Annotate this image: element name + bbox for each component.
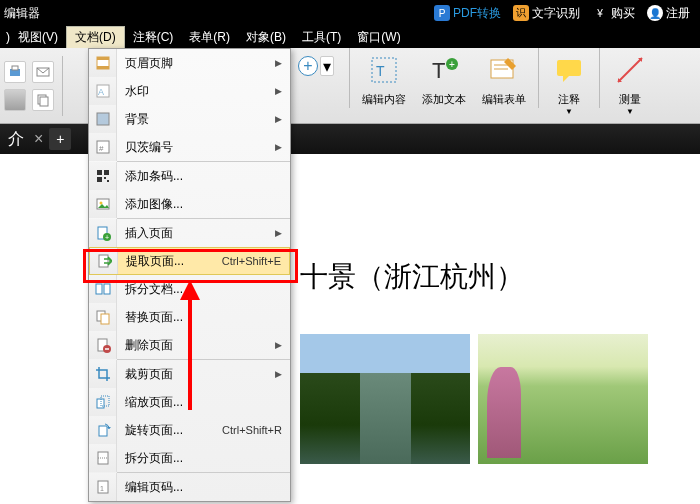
del-icon bbox=[95, 337, 111, 353]
zoom-dropdown-icon[interactable]: ▾ bbox=[320, 56, 334, 76]
tab-new-button[interactable]: + bbox=[49, 128, 71, 150]
svg-rect-37 bbox=[96, 284, 102, 294]
menu-tool[interactable]: 工具(T) bbox=[294, 27, 349, 48]
div-icon bbox=[95, 450, 111, 466]
tab-intro-fragment[interactable]: 介 bbox=[4, 129, 28, 150]
crp-icon bbox=[95, 366, 111, 382]
scl-icon bbox=[95, 394, 111, 410]
svg-marker-47 bbox=[107, 427, 111, 429]
annotate-icon bbox=[551, 52, 587, 88]
ocr-label: 文字识别 bbox=[532, 5, 580, 22]
submenu-arrow-icon: ▶ bbox=[275, 228, 290, 238]
menu-item-ext[interactable]: 提取页面...Ctrl+Shift+E bbox=[89, 247, 290, 275]
svg-line-14 bbox=[618, 58, 642, 82]
ins-icon: + bbox=[95, 225, 111, 241]
rep-icon bbox=[95, 309, 111, 325]
document-images bbox=[300, 334, 648, 464]
menu-item-label: 页眉页脚 bbox=[117, 55, 275, 72]
menu-item-label: 编辑页码... bbox=[117, 479, 290, 496]
menu-item-wm[interactable]: A水印▶ bbox=[89, 77, 290, 105]
menu-item-label: 水印 bbox=[117, 83, 275, 100]
zoom-in-icon[interactable]: + bbox=[298, 56, 318, 76]
submenu-arrow-icon: ▶ bbox=[275, 58, 290, 68]
submenu-arrow-icon: ▶ bbox=[275, 114, 290, 124]
menu-item-hf[interactable]: 页眉页脚▶ bbox=[89, 49, 290, 77]
menu-item-rot[interactable]: 旋转页面...Ctrl+Shift+R bbox=[89, 416, 290, 444]
submenu-arrow-icon: ▶ bbox=[275, 340, 290, 350]
menu-document[interactable]: 文档(D) bbox=[66, 26, 125, 48]
menu-item-label: 裁剪页面 bbox=[117, 366, 275, 383]
ribbon-mail-icon[interactable] bbox=[32, 61, 54, 83]
menu-item-label: 添加图像... bbox=[117, 196, 290, 213]
purchase-label: 购买 bbox=[611, 5, 635, 22]
register-button[interactable]: 👤 注册 bbox=[641, 5, 696, 22]
wm-icon: A bbox=[95, 83, 111, 99]
ribbon-copy-icon[interactable] bbox=[32, 89, 54, 111]
menu-view[interactable]: 视图(V) bbox=[10, 27, 66, 48]
svg-text:A: A bbox=[98, 87, 104, 97]
svg-rect-29 bbox=[104, 177, 106, 179]
menu-item-label: 提取页面... bbox=[118, 253, 222, 270]
menu-bar: ) 视图(V) 文档(D) 注释(C) 表单(R) 对象(B) 工具(T) 窗口… bbox=[0, 26, 700, 48]
svg-rect-27 bbox=[104, 170, 109, 175]
menu-item-label: 删除页面 bbox=[117, 337, 275, 354]
title-bar: 编辑器 P PDF转换 识 文字识别 ¥ 购买 👤 注册 bbox=[0, 0, 700, 26]
svg-rect-36 bbox=[99, 255, 108, 267]
tool-add-text[interactable]: T+ 添加文本 bbox=[414, 48, 474, 124]
tool-annotate[interactable]: 注释 ▼ bbox=[543, 48, 595, 124]
document-title: 十景（浙江杭州） bbox=[300, 258, 524, 296]
purchase-button[interactable]: ¥ 购买 bbox=[586, 5, 641, 22]
svg-rect-19 bbox=[97, 66, 109, 69]
spl-icon bbox=[95, 281, 111, 297]
menu-item-label: 缩放页面... bbox=[117, 394, 290, 411]
pdf-convert-button[interactable]: P PDF转换 bbox=[428, 5, 507, 22]
svg-rect-22 bbox=[97, 113, 109, 125]
menu-item-del[interactable]: 删除页面▶ bbox=[89, 331, 290, 359]
menu-item-div[interactable]: 拆分页面... bbox=[89, 444, 290, 472]
tool-edit-content-label: 编辑内容 bbox=[362, 92, 406, 107]
menu-item-bn[interactable]: #贝茨编号▶ bbox=[89, 133, 290, 161]
ribbon-print-icon[interactable] bbox=[4, 61, 26, 83]
menu-item-crp[interactable]: 裁剪页面▶ bbox=[89, 360, 290, 388]
rot-icon bbox=[95, 422, 111, 438]
svg-rect-13 bbox=[557, 60, 581, 76]
menu-item-label: 旋转页面... bbox=[117, 422, 222, 439]
svg-rect-26 bbox=[97, 170, 102, 175]
edit-content-icon: T bbox=[366, 52, 402, 88]
qr-icon bbox=[95, 168, 111, 184]
menu-item-img[interactable]: 添加图像... bbox=[89, 190, 290, 218]
menu-item-ins[interactable]: +插入页面▶ bbox=[89, 219, 290, 247]
menu-item-qr[interactable]: 添加条码... bbox=[89, 162, 290, 190]
menu-window[interactable]: 窗口(W) bbox=[349, 27, 408, 48]
ocr-button[interactable]: 识 文字识别 bbox=[507, 5, 586, 22]
add-text-icon: T+ bbox=[426, 52, 462, 88]
menu-item-label: 插入页面 bbox=[117, 225, 275, 242]
menu-item-spl[interactable]: 拆分文档... bbox=[89, 275, 290, 303]
menu-comment[interactable]: 注释(C) bbox=[125, 27, 182, 48]
menu-object[interactable]: 对象(B) bbox=[238, 27, 294, 48]
submenu-arrow-icon: ▶ bbox=[275, 142, 290, 152]
ribbon-scan-icon[interactable] bbox=[4, 89, 26, 111]
menu-item-label: 替换页面... bbox=[117, 309, 290, 326]
bg-icon bbox=[95, 111, 111, 127]
document-image-2 bbox=[478, 334, 648, 464]
app-title-fragment: 编辑器 bbox=[4, 5, 40, 22]
tool-edit-form[interactable]: 编辑表单 bbox=[474, 48, 534, 124]
menu-form[interactable]: 表单(R) bbox=[181, 27, 238, 48]
svg-rect-46 bbox=[99, 426, 107, 436]
tool-edit-form-label: 编辑表单 bbox=[482, 92, 526, 107]
tool-measure[interactable]: 测量 ▼ bbox=[604, 48, 656, 124]
menu-item-rep[interactable]: 替换页面... bbox=[89, 303, 290, 331]
tab-close-icon[interactable]: × bbox=[28, 130, 49, 148]
menu-item-pn[interactable]: 1编辑页码... bbox=[89, 473, 290, 501]
tool-edit-content[interactable]: T 编辑内容 bbox=[354, 48, 414, 124]
svg-rect-4 bbox=[40, 97, 48, 106]
menu-item-scl[interactable]: 缩放页面... bbox=[89, 388, 290, 416]
ext-icon bbox=[96, 253, 112, 269]
submenu-arrow-icon: ▶ bbox=[275, 86, 290, 96]
svg-text:1: 1 bbox=[100, 485, 104, 492]
menu-item-shortcut: Ctrl+Shift+R bbox=[222, 424, 290, 436]
menu-item-bg[interactable]: 背景▶ bbox=[89, 105, 290, 133]
svg-text:+: + bbox=[449, 59, 455, 70]
svg-rect-30 bbox=[107, 180, 109, 182]
